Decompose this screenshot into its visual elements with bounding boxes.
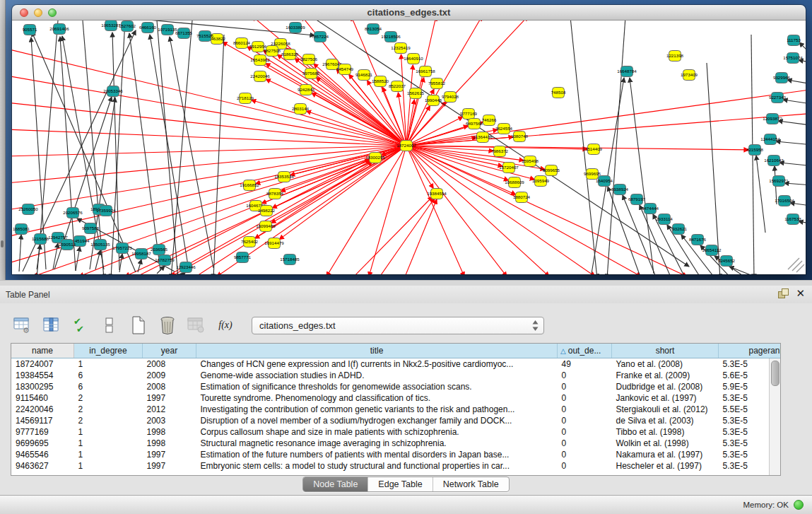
table-cell[interactable]: 1998 xyxy=(143,426,196,438)
table-cell[interactable]: 1 xyxy=(74,460,143,472)
select-columns-icon[interactable]: ✔✔ xyxy=(71,316,90,334)
column-header-year[interactable]: year xyxy=(143,344,196,358)
graph-node[interactable]: 1685081 xyxy=(13,224,30,235)
graph-node[interactable]: 9794028 xyxy=(442,92,459,103)
graph-node[interactable]: 15751074 xyxy=(783,53,803,64)
graph-node[interactable]: 5975685 xyxy=(302,69,320,79)
graph-node[interactable]: 8186328 xyxy=(281,49,299,60)
graph-node[interactable]: 3624554 xyxy=(495,124,513,134)
graph-node[interactable]: 19166852 xyxy=(240,180,259,191)
table-cell[interactable]: Franke et al. (2009) xyxy=(612,370,719,381)
graph-node[interactable]: 9227343 xyxy=(769,93,787,103)
graph-node[interactable]: 1990448 xyxy=(425,95,442,106)
network-canvas[interactable]: 1872400718300295193845547463822866012459… xyxy=(12,21,806,274)
table-cell[interactable]: 2012 xyxy=(143,404,196,415)
table-cell[interactable]: 0 xyxy=(558,449,612,460)
function-builder-icon[interactable]: f(x) xyxy=(216,316,235,334)
table-cell[interactable]: 2 xyxy=(74,404,143,415)
table-cell[interactable]: 2008 xyxy=(143,358,196,370)
graph-node[interactable]: 1080748 xyxy=(511,132,529,142)
table-row[interactable]: 1938455462009Genome-wide association stu… xyxy=(11,370,781,381)
graph-node[interactable]: 18640910 xyxy=(404,54,423,64)
column-header-pagerank[interactable]: pagerank xyxy=(719,344,782,358)
graph-node[interactable]: 746266 xyxy=(482,115,497,126)
table-cell[interactable]: 9699695 xyxy=(11,438,74,449)
graph-node[interactable]: 15718485 xyxy=(280,255,300,265)
table-cell[interactable]: de Silva et al. (2003) xyxy=(612,415,719,426)
table-cell[interactable]: 2003 xyxy=(143,415,196,426)
graph-node[interactable]: 2803144 xyxy=(292,104,310,115)
graph-node[interactable]: 6497568 xyxy=(466,119,483,129)
trash-icon[interactable] xyxy=(158,316,177,334)
table-cell[interactable]: Wolkin et al. (1998) xyxy=(612,438,719,449)
table-cell[interactable]: 1997 xyxy=(143,392,196,404)
panel-collapse-handle[interactable] xyxy=(1,240,4,247)
graph-node[interactable]: 9777169 xyxy=(460,109,478,119)
table-row[interactable]: 946362711997Embryonic stem cells: a mode… xyxy=(11,460,781,472)
tab-node-table[interactable]: Node Table xyxy=(303,477,367,491)
table-cell[interactable]: 0 xyxy=(558,392,612,404)
graph-node[interactable]: 16914479 xyxy=(264,238,284,249)
graph-node[interactable]: 9474444 xyxy=(642,204,659,214)
graph-node[interactable]: 8454749 xyxy=(336,64,354,75)
graph-node[interactable]: 17016504 xyxy=(775,196,794,206)
graph-node[interactable]: 905571 xyxy=(23,25,37,35)
table-row[interactable]: 946554611997Estimation of the future num… xyxy=(11,449,781,460)
table-cell[interactable]: Estimation of significance thresholds fo… xyxy=(196,381,558,392)
graph-node[interactable]: 1095949 xyxy=(532,176,550,187)
graph-node[interactable]: 1221398 xyxy=(666,51,684,62)
table-cell[interactable]: 1 xyxy=(74,438,143,449)
table-cell[interactable]: 1 xyxy=(74,426,143,438)
graph-node[interactable]: 7955812 xyxy=(428,78,446,89)
table-cell[interactable]: 19384554 xyxy=(11,370,74,381)
table-cell[interactable]: 14569117 xyxy=(11,415,74,426)
show-columns-icon[interactable] xyxy=(42,316,61,334)
graph-node[interactable]: 1588520 xyxy=(372,76,389,87)
graph-node[interactable]: 8878354 xyxy=(266,189,284,199)
table-cell[interactable]: 0 xyxy=(558,415,612,426)
window-resize-grip[interactable] xyxy=(788,258,804,272)
table-cell[interactable]: Tibbo et al. (1998) xyxy=(612,426,719,438)
graph-node[interactable]: 2933114 xyxy=(656,214,673,225)
table-source-dropdown[interactable]: citations_edges.txt xyxy=(252,317,544,334)
graph-node[interactable]: 20206576 xyxy=(63,208,83,218)
table-cell[interactable]: 18724007 xyxy=(11,358,74,370)
graph-node[interactable]: 2718129 xyxy=(237,93,254,104)
table-cell[interactable]: Estimation of the future numbers of pati… xyxy=(196,449,558,460)
table-cell[interactable]: 9463627 xyxy=(11,460,74,472)
table-row[interactable]: 969969511998Structural magnetic resonanc… xyxy=(11,438,781,449)
graph-node[interactable]: 8471676 xyxy=(689,235,707,245)
graph-node[interactable]: 9245652 xyxy=(718,256,736,267)
graph-node[interactable]: 1973409 xyxy=(681,70,698,81)
graph-node[interactable]: 16543962 xyxy=(250,55,270,66)
graph-node[interactable]: 20053346 xyxy=(103,86,123,97)
table-row[interactable]: 1872400712008Changes of HCN gene express… xyxy=(11,358,781,370)
graph-node[interactable]: 1527602 xyxy=(119,21,136,32)
graph-node[interactable]: 8099655 xyxy=(543,165,560,176)
table-cell[interactable]: 18300295 xyxy=(11,381,74,392)
table-cell[interactable]: 1 xyxy=(74,358,143,370)
table-cell[interactable]: Investigating the contribution of common… xyxy=(196,404,558,415)
table-cell[interactable]: 1997 xyxy=(143,460,196,472)
graph-node[interactable]: 16210643 xyxy=(764,156,784,166)
graph-node[interactable]: 16961758 xyxy=(416,66,435,77)
table-cell[interactable]: Changes of HCN gene expression and I(f) … xyxy=(196,358,558,370)
left-panel-edge[interactable] xyxy=(0,0,6,280)
graph-node[interactable]: 19384554 xyxy=(427,189,447,199)
table-cell[interactable]: Hescheler et al. (1997) xyxy=(612,460,719,472)
graph-node[interactable]: 1880724 xyxy=(513,192,531,203)
graph-node[interactable]: 15692971 xyxy=(769,176,789,187)
graph-node[interactable]: 1167533 xyxy=(784,214,801,225)
table-cell[interactable]: Disruption of a novel member of a sodium… xyxy=(196,415,558,426)
column-header-name[interactable]: name xyxy=(11,344,74,358)
table-cell[interactable]: 9465546 xyxy=(11,449,74,460)
column-header-in-degree[interactable]: in_degree xyxy=(74,344,143,358)
graph-node[interactable]: 9146821 xyxy=(355,70,373,81)
table-cell[interactable]: 0 xyxy=(558,460,612,472)
table-cell[interactable]: 1997 xyxy=(143,449,196,460)
table-cell[interactable]: Yano et al. (2008) xyxy=(612,358,719,370)
table-cell[interactable]: 0 xyxy=(558,370,612,381)
table-cell[interactable]: 9777169 xyxy=(11,426,74,438)
graph-node[interactable]: 1498222 xyxy=(258,206,276,216)
table-cell[interactable]: 2 xyxy=(74,415,143,426)
